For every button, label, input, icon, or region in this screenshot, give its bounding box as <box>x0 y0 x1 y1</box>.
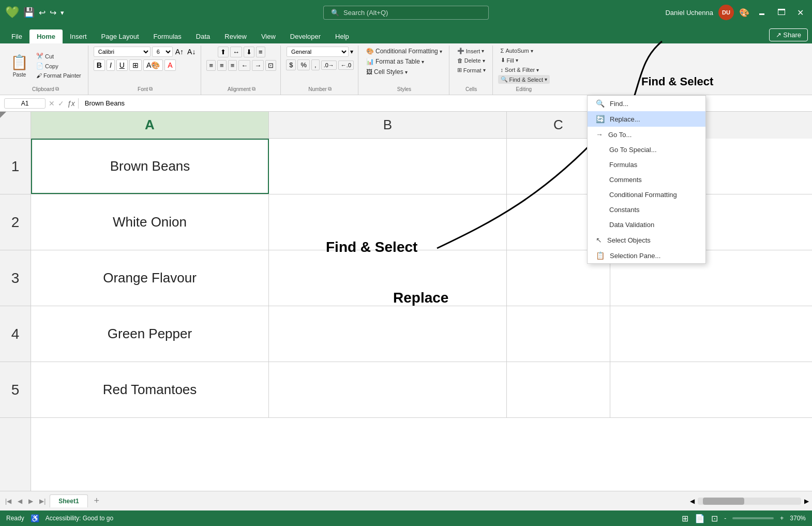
search-bar[interactable]: 🔍 Search (Alt+Q) <box>323 6 489 20</box>
save-icon[interactable]: 💾 <box>23 7 35 18</box>
select-all-triangle[interactable] <box>0 112 6 118</box>
underline-button[interactable]: U <box>116 59 128 71</box>
format-painter-button[interactable]: 🖌 Format Painter <box>34 71 84 80</box>
fill-dropdown-icon[interactable]: ▾ <box>516 57 518 63</box>
delete-button[interactable]: 🗑 Delete ▾ <box>455 56 488 65</box>
dropdown-item-replace[interactable]: 🔄 Replace... <box>588 111 705 127</box>
sheet-nav-next[interactable]: ▶ <box>26 497 35 506</box>
close-icon[interactable]: ✕ <box>794 8 807 18</box>
format-as-table-button[interactable]: 📊 Format as Table ▾ <box>364 57 427 66</box>
cell-b1[interactable] <box>269 139 507 194</box>
user-avatar[interactable]: DU <box>718 5 734 20</box>
dropdown-item-selection-pane[interactable]: 📋 Selection Pane... <box>588 248 705 263</box>
cell-b3[interactable] <box>269 250 507 306</box>
dropdown-item-goto[interactable]: → Go To... <box>588 127 705 142</box>
cf-dropdown-icon[interactable]: ▾ <box>440 49 442 54</box>
page-break-view-icon[interactable]: ⊡ <box>711 514 718 523</box>
sheet-tab-sheet1[interactable]: Sheet1 <box>50 494 87 507</box>
share-button[interactable]: ↗ Share <box>769 28 808 41</box>
align-right-icon[interactable]: ≡ <box>228 60 237 71</box>
ribbon-display-icon[interactable]: 🎨 <box>739 8 749 18</box>
normal-view-icon[interactable]: ⊞ <box>682 514 688 523</box>
row-num-2[interactable]: 2 <box>0 194 31 250</box>
align-left-icon[interactable]: ≡ <box>206 60 216 71</box>
tab-insert[interactable]: Insert <box>63 29 94 43</box>
page-layout-view-icon[interactable]: 📄 <box>695 514 705 523</box>
tab-view[interactable]: View <box>254 29 283 43</box>
number-expand-icon[interactable]: ⧉ <box>328 86 332 92</box>
scrollbar-thumb[interactable] <box>703 498 744 505</box>
cell-a2[interactable]: White Onion <box>31 194 269 250</box>
tab-formulas[interactable]: Formulas <box>146 29 189 43</box>
percent-button[interactable]: % <box>297 59 310 70</box>
tab-review[interactable]: Review <box>217 29 254 43</box>
dropdown-item-comments[interactable]: Comments <box>588 172 705 187</box>
row-num-5[interactable]: 5 <box>0 362 31 418</box>
scroll-left-icon[interactable]: ◀ <box>690 498 695 505</box>
insert-dropdown-icon[interactable]: ▾ <box>482 48 484 54</box>
dropdown-item-select-objects[interactable]: ↖ Select Objects <box>588 232 705 248</box>
zoom-slider[interactable] <box>732 517 774 519</box>
tab-page-layout[interactable]: Page Layout <box>94 29 146 43</box>
increase-font-icon[interactable]: A↑ <box>174 47 185 57</box>
alignment-expand-icon[interactable]: ⧉ <box>252 86 255 92</box>
customize-icon[interactable]: ▾ <box>61 9 64 17</box>
number-format-select[interactable]: General <box>287 47 349 57</box>
increase-decimal-button[interactable]: ←.0 <box>338 61 354 70</box>
find-select-button[interactable]: 🔍 Find & Select ▾ <box>498 75 550 84</box>
fs-dropdown-icon[interactable]: ▾ <box>545 77 547 82</box>
dropdown-item-goto-special[interactable]: Go To Special... <box>588 142 705 157</box>
autosum-dropdown-icon[interactable]: ▾ <box>531 48 533 54</box>
borders-button[interactable]: ⊞ <box>129 59 142 71</box>
merge-center-icon[interactable]: ⊡ <box>265 60 276 71</box>
restore-icon[interactable]: 🗕 <box>755 8 769 17</box>
clipboard-expand-icon[interactable]: ⧉ <box>55 86 59 92</box>
zoom-in-icon[interactable]: + <box>780 515 784 522</box>
ft-dropdown-icon[interactable]: ▾ <box>422 59 424 65</box>
cell-a4[interactable]: Green Pepper <box>31 306 269 362</box>
font-color-button[interactable]: A <box>164 59 175 71</box>
row-num-3[interactable]: 3 <box>0 250 31 306</box>
align-center-icon[interactable]: ≡ <box>217 60 227 71</box>
dropdown-item-conditional-formatting[interactable]: Conditional Formatting <box>588 187 705 202</box>
cell-reference[interactable]: A1 <box>4 98 46 109</box>
cell-b4[interactable] <box>269 306 507 362</box>
decrease-font-icon[interactable]: A↓ <box>186 47 197 57</box>
decrease-decimal-button[interactable]: .0→ <box>321 61 337 70</box>
tab-developer[interactable]: Developer <box>283 29 328 43</box>
format-button[interactable]: ⊞ Format ▾ <box>455 66 488 74</box>
cell-a3[interactable]: Orange Flavour <box>31 250 269 306</box>
delete-dropdown-icon[interactable]: ▾ <box>483 58 485 64</box>
formula-bar-icon-fx[interactable]: ƒx <box>67 99 75 108</box>
copy-button[interactable]: 📄 Copy <box>34 62 84 70</box>
cell-c5[interactable] <box>507 362 610 417</box>
cell-a1[interactable]: Brown Beans <box>31 139 269 194</box>
wrap-text-icon[interactable]: ≡ <box>256 47 265 57</box>
indent-increase-icon[interactable]: → <box>252 60 264 71</box>
font-expand-icon[interactable]: ⧉ <box>149 86 153 92</box>
cut-button[interactable]: ✂️ Cut <box>34 52 84 61</box>
font-name-select[interactable]: Calibri <box>94 47 151 57</box>
autosum-button[interactable]: Σ AutoSum ▾ <box>498 47 536 55</box>
formula-bar-icon-check[interactable]: ✓ <box>58 99 64 108</box>
dropdown-item-formulas[interactable]: Formulas <box>588 157 705 172</box>
align-middle-icon[interactable]: ↔ <box>230 47 242 57</box>
dropdown-item-constants[interactable]: Constants <box>588 202 705 217</box>
italic-button[interactable]: I <box>107 59 115 71</box>
fill-color-button[interactable]: A🎨 <box>143 59 163 71</box>
scroll-right-icon[interactable]: ▶ <box>804 498 809 505</box>
dropdown-item-data-validation[interactable]: Data Validation <box>588 217 705 232</box>
add-sheet-button[interactable]: + <box>90 493 104 508</box>
sheet-nav-right[interactable]: ▶| <box>37 497 48 506</box>
formula-bar-icon-x[interactable]: ✕ <box>49 99 55 108</box>
cs-dropdown-icon[interactable]: ▾ <box>405 69 408 75</box>
font-size-select[interactable]: 6 <box>152 47 173 57</box>
insert-button[interactable]: ➕ Insert ▾ <box>455 47 487 55</box>
cell-a5[interactable]: Red Tomantoes <box>31 362 269 417</box>
cell-c4[interactable] <box>507 306 610 362</box>
redo-icon[interactable]: ↪ <box>50 8 56 18</box>
cell-b2[interactable] <box>269 194 507 250</box>
sort-filter-button[interactable]: ↕ Sort & Filter ▾ <box>498 66 542 74</box>
paste-button[interactable]: 📋 Paste <box>7 52 32 79</box>
row-num-1[interactable]: 1 <box>0 139 31 194</box>
